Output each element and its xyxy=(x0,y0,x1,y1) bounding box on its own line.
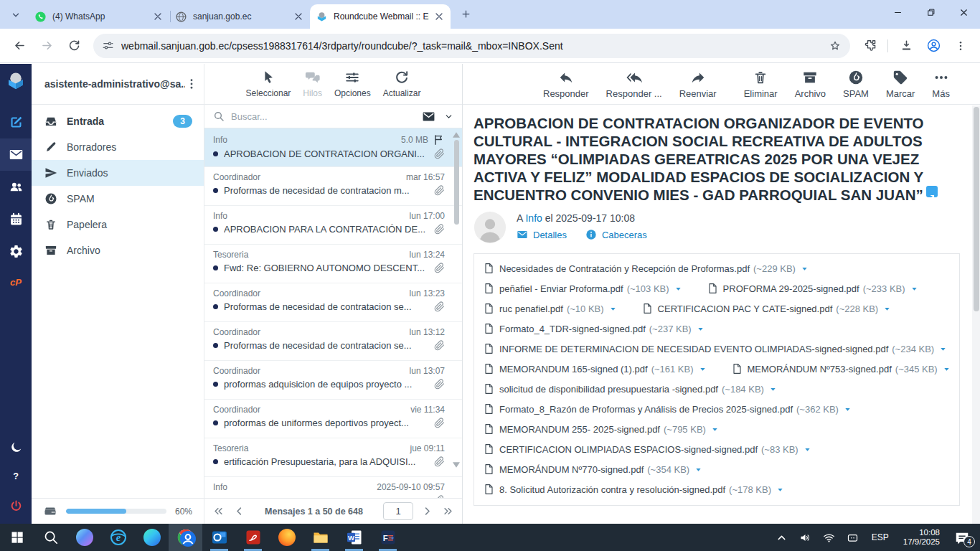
tab-close-icon[interactable] xyxy=(293,11,304,22)
sidebar-folder-borradores[interactable]: Borradores xyxy=(32,134,204,160)
browser-tab-roundcube-webmail-enviados[interactable]: Roundcube Webmail :: Enviados xyxy=(310,4,451,29)
rail-logout-button[interactable] xyxy=(0,491,32,521)
rail-cpanel-button[interactable]: cP xyxy=(10,268,22,296)
attachment-name[interactable]: CERTIFICACION PAC Y CATE-signed.pdf xyxy=(658,303,833,314)
attachment-menu-icon[interactable] xyxy=(943,365,951,373)
attachment-name[interactable]: 8. Solicitud Autorización contra y resol… xyxy=(499,484,725,495)
attachment-menu-icon[interactable] xyxy=(694,466,702,474)
start-button[interactable] xyxy=(0,524,34,551)
attachment-menu-icon[interactable] xyxy=(910,285,918,293)
message-list-item[interactable]: Info2025-09-10 09:57 xyxy=(204,477,462,498)
sidebar-folder-archivo[interactable]: Archivo xyxy=(32,237,204,263)
attachment-item[interactable]: CERTIFICACION PAC Y CATE-signed.pdf(~228… xyxy=(641,303,892,314)
tab-close-icon[interactable] xyxy=(152,11,164,22)
message-list-item[interactable]: Info5.0 MBAPROBACION DE CONTRATACION ORG… xyxy=(204,128,462,167)
open-in-new-window-icon[interactable] xyxy=(926,186,938,197)
attachment-name[interactable]: Necesidades de Contratación y Recepción … xyxy=(499,263,750,274)
headers-toggle[interactable]: Cabeceras xyxy=(585,229,647,240)
message-list-item[interactable]: Coordinadorlun 13:07proformas adquisicio… xyxy=(204,361,462,400)
attachment-menu-icon[interactable] xyxy=(883,305,891,313)
sidebar-folder-entrada[interactable]: Entrada3 xyxy=(32,108,204,134)
message-toolbar-button-responder[interactable]: Responder ... xyxy=(606,70,662,99)
content-scrollbar-thumb[interactable] xyxy=(974,107,979,311)
close-window-button[interactable] xyxy=(947,0,980,24)
attachment-item[interactable]: PROFORMA 29-2025-signed.pdf(~233 KB) xyxy=(707,283,918,294)
search-options-icon[interactable] xyxy=(444,112,453,121)
message-toolbar-button-spam[interactable]: SPAM xyxy=(843,70,869,99)
attachment-item[interactable]: Necesidades de Contratación y Recepción … xyxy=(483,263,809,274)
attachment-name[interactable]: Formato_8_Razón de Proformas y Análisis … xyxy=(499,404,793,415)
sidebar-folder-enviados[interactable]: Enviados xyxy=(32,160,204,186)
attachment-item[interactable]: Formato_4_TDR-signed-signed.pdf(~237 KB) xyxy=(483,323,705,334)
browser-tab-sanjuan-gob-ec[interactable]: sanjuan.gob.ec xyxy=(169,4,310,29)
rail-mail-button[interactable] xyxy=(0,138,32,171)
attachment-name[interactable]: MEMORANDUM 255- 2025-signed.pdf xyxy=(499,424,660,435)
page-number-input[interactable] xyxy=(383,502,413,520)
taskbar-search-button[interactable] xyxy=(34,524,67,551)
attachment-name[interactable]: MEMORÁNDUM Nº753-signed.pdf xyxy=(748,364,892,375)
details-toggle[interactable]: Detalles xyxy=(517,229,567,240)
reload-button[interactable] xyxy=(62,34,86,58)
cast-icon[interactable] xyxy=(847,532,859,544)
attachment-name[interactable]: CERTIFICACION OLIMPIADAS ESPACIOS-signed… xyxy=(499,444,758,455)
notification-center-button[interactable]: 4 xyxy=(954,530,970,545)
first-page-icon[interactable] xyxy=(213,506,224,517)
downloads-button[interactable] xyxy=(894,34,918,58)
attachment-menu-icon[interactable] xyxy=(697,325,705,333)
rail-darkmode-button[interactable] xyxy=(0,432,32,462)
sidebar-folder-papelera[interactable]: Papelera xyxy=(32,212,204,237)
message-toolbar-button-eliminar[interactable]: Eliminar xyxy=(744,70,778,99)
taskbar-chrome-button[interactable] xyxy=(169,524,202,551)
tab-search-button[interactable] xyxy=(6,5,26,25)
search-input[interactable] xyxy=(231,111,422,122)
list-toolbar-button-seleccionar[interactable]: Seleccionar xyxy=(246,70,291,98)
attachment-menu-icon[interactable] xyxy=(801,265,809,273)
restore-button[interactable] xyxy=(914,0,947,24)
attachment-menu-icon[interactable] xyxy=(699,365,707,373)
message-list-item[interactable]: Tesoreriajue 09:11ertificación Presupues… xyxy=(204,438,462,477)
volume-icon[interactable] xyxy=(799,532,811,544)
flag-icon[interactable] xyxy=(433,133,445,146)
message-toolbar-button-archivo[interactable]: Archivo xyxy=(795,70,826,99)
rail-compose-button[interactable] xyxy=(0,106,32,138)
attachment-item[interactable]: MEMORÁNDUM Nº770-signed.pdf(~354 KB) xyxy=(483,463,702,475)
message-list-item[interactable]: Coordinadorlun 13:23Proformas de necesid… xyxy=(204,283,462,322)
message-toolbar-button-reenviar[interactable]: Reenviar xyxy=(679,70,717,99)
new-tab-button[interactable] xyxy=(456,4,475,23)
attachment-menu-icon[interactable] xyxy=(776,486,784,494)
scroll-up-icon[interactable] xyxy=(453,132,460,138)
attachment-name[interactable]: MEMORÁNDUM Nº770-signed.pdf xyxy=(499,464,644,475)
attachment-item[interactable]: Formato_8_Razón de Proformas y Análisis … xyxy=(483,403,852,415)
rail-help-button[interactable]: ? xyxy=(10,462,22,491)
taskbar-fes-button[interactable]: F xyxy=(371,524,405,551)
taskbar-explorer-button[interactable] xyxy=(303,524,337,551)
taskbar-firefox-button[interactable] xyxy=(270,524,303,551)
url-text[interactable]: webmail.sanjuan.gob.ec/cpsess1988317614/… xyxy=(121,40,821,52)
rail-contacts-button[interactable] xyxy=(0,171,32,203)
tray-expand-icon[interactable] xyxy=(776,532,788,544)
message-list-item[interactable]: Infolun 17:00APROBACION PARA LA CONTRATA… xyxy=(204,206,462,245)
message-toolbar-button-m-s[interactable]: Más xyxy=(932,70,950,99)
attachment-name[interactable]: PROFORMA 29-2025-signed.pdf xyxy=(723,283,859,294)
attachment-name[interactable]: peñafiel - Enviar Proforma.pdf xyxy=(499,283,623,294)
message-list-item[interactable]: Coordinadorvie 11:34proformas de uniform… xyxy=(204,400,462,438)
last-page-icon[interactable] xyxy=(443,506,453,517)
attachment-item[interactable]: MEMORANDUM 165-signed (1).pdf(~161 KB) xyxy=(483,363,707,375)
list-scrollbar-thumb[interactable] xyxy=(454,140,459,225)
attachment-menu-icon[interactable] xyxy=(674,285,682,293)
list-toolbar-button-opciones[interactable]: Opciones xyxy=(334,70,371,98)
browser-tab-4-whatsapp[interactable]: (4) WhatsApp xyxy=(29,4,169,29)
attachment-name[interactable]: solicitud de disponibilidad presupuestar… xyxy=(499,384,718,395)
message-toolbar-button-marcar[interactable]: Marcar xyxy=(886,70,915,99)
taskbar-acrobat-button[interactable] xyxy=(236,524,270,551)
attachment-menu-icon[interactable] xyxy=(711,425,719,433)
attachment-menu-icon[interactable] xyxy=(804,446,811,453)
language-indicator[interactable]: ESP xyxy=(872,532,889,542)
next-page-icon[interactable] xyxy=(422,506,433,517)
extensions-button[interactable] xyxy=(857,34,882,58)
attachment-item[interactable]: INFORME DE DETERMINACION DE NECESIDAD EV… xyxy=(483,343,947,354)
message-list-item[interactable]: Tesorerialun 13:24Fwd: Re: GOBIERNO AUTO… xyxy=(204,245,462,283)
clock[interactable]: 10:08 17/9/2025 xyxy=(903,528,940,547)
attachment-item[interactable]: MEMORANDUM 255- 2025-signed.pdf(~795 KB) xyxy=(483,423,719,435)
message-list-item[interactable]: Coordinadormar 16:57Proformas de necesid… xyxy=(204,167,462,206)
